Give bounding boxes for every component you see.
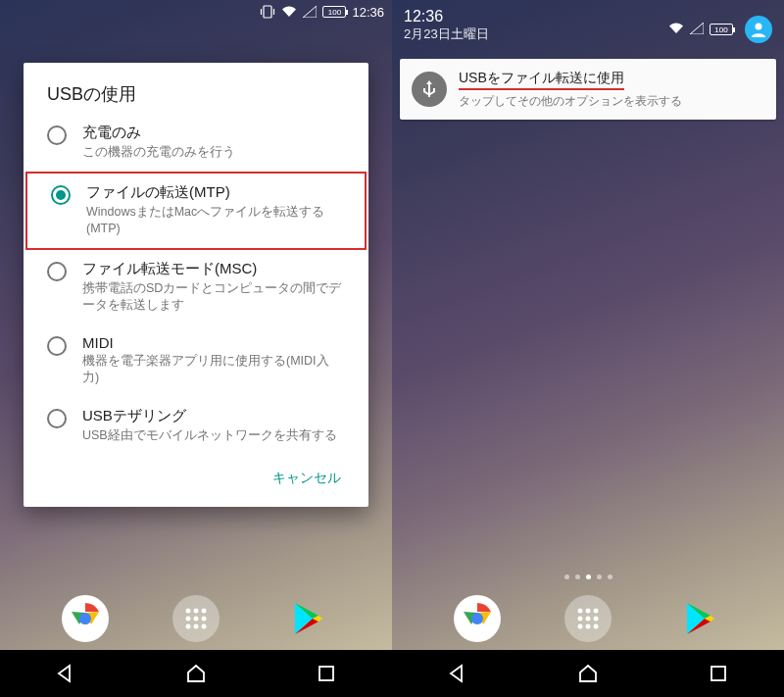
svg-rect-0 — [264, 6, 271, 18]
radio-icon — [47, 262, 67, 281]
dot — [564, 574, 569, 579]
back-button[interactable] — [36, 650, 95, 697]
svg-rect-16 — [319, 667, 333, 680]
pager-dots — [392, 574, 784, 579]
svg-point-11 — [193, 617, 198, 622]
svg-point-8 — [193, 609, 198, 614]
svg-point-9 — [201, 609, 206, 614]
recent-button[interactable] — [297, 650, 356, 697]
wifi-icon — [668, 23, 684, 37]
dot-active — [586, 574, 591, 579]
cancel-button[interactable]: キャンセル — [261, 462, 353, 495]
clock: 12:36 — [352, 5, 384, 20]
back-button[interactable] — [428, 650, 487, 697]
notification-title: USBをファイル転送に使用 — [459, 70, 624, 90]
svg-point-22 — [593, 609, 598, 614]
option-label: ファイル転送モード(MSC) — [82, 260, 345, 278]
vibrate-icon — [260, 5, 275, 19]
wifi-icon — [281, 6, 297, 18]
option-msc[interactable]: ファイル転送モード(MSC) 携帯電話のSDカードとコンピュータの間でデータを転… — [24, 250, 368, 324]
radio-icon — [47, 409, 67, 428]
option-label: MIDI — [82, 334, 345, 351]
play-store-icon[interactable] — [283, 595, 330, 642]
dot — [575, 574, 580, 579]
apps-icon[interactable] — [172, 595, 220, 642]
option-desc: 機器を電子楽器アプリ用に使用する(MIDI入力) — [82, 353, 345, 387]
svg-point-27 — [585, 624, 590, 629]
battery-level: 100 — [714, 25, 727, 34]
svg-point-26 — [577, 624, 582, 629]
chrome-icon[interactable] — [454, 595, 501, 642]
statusbar-left: 100 12:36 — [0, 0, 392, 24]
option-mtp[interactable]: ファイルの転送(MTP) WindowsまたはMacへファイルを転送する(MTP… — [25, 172, 367, 250]
dot — [608, 574, 612, 579]
option-label: ファイルの転送(MTP) — [86, 183, 341, 202]
notification-subtitle: タップしてその他のオプションを表示する — [459, 93, 764, 110]
usb-notification[interactable]: USBをファイル転送に使用 タップしてその他のオプションを表示する — [400, 59, 776, 120]
svg-point-13 — [185, 624, 190, 629]
svg-point-10 — [185, 617, 190, 622]
usb-dialog: USBの使用 充電のみ この機器の充電のみを行う ファイルの転送(MTP) Wi… — [24, 63, 368, 507]
dock-right — [392, 595, 784, 642]
svg-point-17 — [756, 24, 762, 30]
battery-level: 100 — [328, 8, 341, 17]
option-desc: この機器の充電のみを行う — [82, 144, 345, 162]
option-label: 充電のみ — [82, 124, 345, 142]
left-phone: 100 12:36 USBの使用 充電のみ この機器の充電のみを行う ファイルの… — [0, 0, 392, 697]
home-button[interactable] — [559, 650, 617, 697]
play-store-icon[interactable] — [675, 595, 722, 642]
option-desc: WindowsまたはMacへファイルを転送する(MTP) — [86, 204, 341, 238]
svg-point-14 — [193, 624, 198, 629]
usb-icon — [412, 72, 447, 107]
recent-button[interactable] — [689, 650, 748, 697]
signal-icon — [690, 23, 704, 37]
shade-date: 2月23日土曜日 — [404, 25, 489, 43]
home-button[interactable] — [167, 650, 225, 697]
radio-icon — [47, 336, 67, 356]
dialog-title: USBの使用 — [24, 82, 368, 114]
apps-icon[interactable] — [564, 595, 612, 642]
signal-icon — [303, 6, 317, 18]
dock-left — [0, 595, 392, 642]
svg-point-15 — [201, 624, 206, 629]
option-charge-only[interactable]: 充電のみ この機器の充電のみを行う — [24, 114, 368, 172]
navbar-right — [392, 650, 784, 697]
option-desc: USB経由でモバイルネットワークを共有する — [82, 427, 345, 445]
svg-point-6 — [80, 614, 90, 623]
chrome-icon[interactable] — [62, 595, 109, 642]
user-avatar[interactable] — [745, 16, 772, 43]
right-phone: 12:36 2月23日土曜日 100 USBをファイル転送に使用 タップしてその… — [392, 0, 784, 697]
option-desc: 携帯電話のSDカードとコンピュータの間でデータを転送します — [82, 280, 345, 315]
option-tethering[interactable]: USBテザリング USB経由でモバイルネットワークを共有する — [24, 397, 368, 455]
notification-shade-header: 12:36 2月23日土曜日 100 — [392, 0, 784, 53]
option-midi[interactable]: MIDI 機器を電子楽器アプリ用に使用する(MIDI入力) — [24, 324, 368, 397]
svg-point-24 — [585, 617, 590, 622]
battery-icon: 100 — [322, 6, 346, 18]
svg-point-7 — [185, 609, 190, 614]
radio-icon-selected — [51, 185, 71, 205]
svg-point-21 — [585, 609, 590, 614]
battery-icon: 100 — [710, 24, 733, 35]
radio-icon — [47, 125, 67, 145]
svg-point-19 — [471, 613, 483, 624]
svg-point-12 — [201, 617, 206, 622]
svg-point-28 — [593, 624, 598, 629]
option-label: USBテザリング — [82, 407, 345, 425]
dialog-actions: キャンセル — [24, 454, 368, 499]
dot — [597, 574, 602, 579]
svg-rect-29 — [711, 667, 725, 680]
navbar-left — [0, 650, 392, 697]
shade-time: 12:36 — [404, 8, 489, 25]
svg-point-23 — [577, 617, 582, 622]
svg-point-25 — [593, 617, 598, 622]
svg-point-20 — [577, 609, 582, 614]
